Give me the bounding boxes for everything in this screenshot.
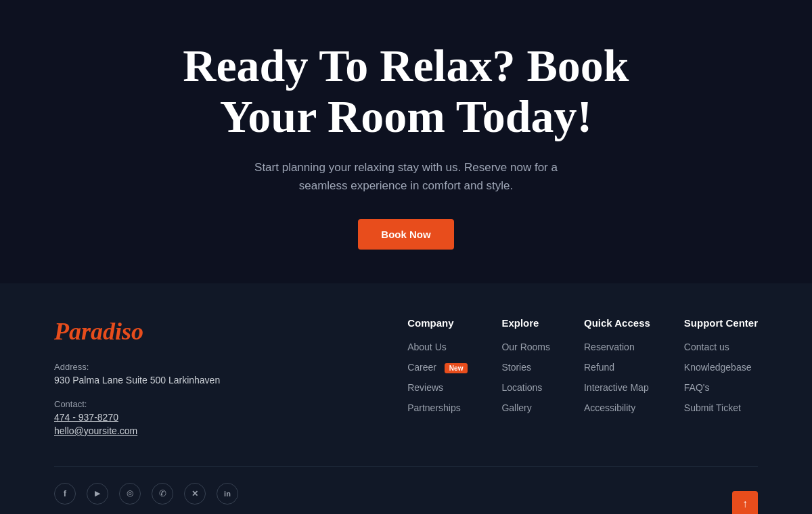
list-item: Partnerships xyxy=(407,402,468,414)
reservation-link[interactable]: Reservation xyxy=(584,342,635,352)
quick-access-links: Reservation Refund Interactive Map Acces… xyxy=(584,341,650,414)
list-item: Career New xyxy=(407,361,468,373)
submit-ticket-link[interactable]: Submit Ticket xyxy=(684,402,741,413)
footer: Paradiso Address: 930 Palma Lane Suite 5… xyxy=(0,283,812,514)
list-item: FAQ's xyxy=(684,381,758,394)
faq-link[interactable]: FAQ's xyxy=(684,382,710,393)
linkedin-icon[interactable]: in xyxy=(217,483,238,505)
new-badge: New xyxy=(445,363,468,373)
list-item: Accessibility xyxy=(584,402,650,414)
gallery-link[interactable]: Gallery xyxy=(501,402,531,413)
list-item: Stories xyxy=(501,361,550,373)
list-item: Gallery xyxy=(501,402,550,414)
explore-links: Our Rooms Stories Locations Gallery xyxy=(501,341,550,414)
list-item: Reviews xyxy=(407,381,468,394)
locations-link[interactable]: Locations xyxy=(501,382,542,393)
address-text: 930 Palma Lane Suite 500 Larkinhaven xyxy=(54,375,230,386)
support-links: Contact us Knowledgebase FAQ's Submit Ti… xyxy=(684,341,758,414)
list-item: Our Rooms xyxy=(501,341,550,353)
hero-subtitle: Start planning your relaxing stay with u… xyxy=(244,158,568,195)
refund-link[interactable]: Refund xyxy=(584,362,614,373)
list-item: Locations xyxy=(501,381,550,394)
footer-top: Paradiso Address: 930 Palma Lane Suite 5… xyxy=(54,317,758,439)
company-links: About Us Career New Reviews Partnerships xyxy=(407,341,468,414)
footer-col-explore: Explore Our Rooms Stories Locations Gall… xyxy=(501,317,550,414)
knowledgebase-link[interactable]: Knowledgebase xyxy=(684,362,752,373)
address-label: Address: xyxy=(54,362,230,372)
contact-label: Contact: xyxy=(54,399,230,409)
social-icons: f ▶ ◎ ✆ ✕ in xyxy=(54,483,350,505)
partnerships-link[interactable]: Partnerships xyxy=(407,402,461,413)
col-title-quick-access: Quick Access xyxy=(584,317,650,329)
footer-bottom: f ▶ ◎ ✆ ✕ in Copyright © 2024 Paradiso E… xyxy=(54,466,758,514)
footer-col-company: Company About Us Career New Reviews Part… xyxy=(407,317,468,414)
hero-title: Ready To Relax? Book Your Room Today! xyxy=(169,41,643,142)
list-item: Contact us xyxy=(684,341,758,353)
col-title-explore: Explore xyxy=(501,317,550,329)
list-item: Interactive Map xyxy=(584,381,650,394)
whatsapp-icon[interactable]: ✆ xyxy=(152,483,173,505)
twitter-x-icon[interactable]: ✕ xyxy=(184,483,206,505)
list-item: Knowledgebase xyxy=(684,361,758,373)
career-link[interactable]: Career New xyxy=(407,362,468,373)
list-item: About Us xyxy=(407,341,468,353)
facebook-icon[interactable]: f xyxy=(54,483,76,505)
stories-link[interactable]: Stories xyxy=(501,362,531,373)
col-title-company: Company xyxy=(407,317,468,329)
accessibility-link[interactable]: Accessibility xyxy=(584,402,635,413)
phone-link[interactable]: 474 - 937-8270 xyxy=(54,412,230,423)
footer-col-support: Support Center Contact us Knowledgebase … xyxy=(684,317,758,414)
col-title-support: Support Center xyxy=(684,317,758,329)
our-rooms-link[interactable]: Our Rooms xyxy=(501,342,550,352)
about-us-link[interactable]: About Us xyxy=(407,342,447,352)
footer-brand: Paradiso Address: 930 Palma Lane Suite 5… xyxy=(54,317,230,439)
footer-bottom-left: f ▶ ◎ ✆ ✕ in Copyright © 2024 Paradiso E… xyxy=(54,483,350,514)
list-item: Reservation xyxy=(584,341,650,353)
youtube-icon[interactable]: ▶ xyxy=(87,483,108,505)
hero-section: Ready To Relax? Book Your Room Today! St… xyxy=(0,0,812,283)
reviews-link[interactable]: Reviews xyxy=(407,382,443,393)
list-item: Refund xyxy=(584,361,650,373)
contact-us-link[interactable]: Contact us xyxy=(684,342,729,352)
contact-info: 474 - 937-8270 hello@yoursite.com xyxy=(54,412,230,436)
scroll-top-button[interactable]: ↑ xyxy=(732,491,758,514)
instagram-icon[interactable]: ◎ xyxy=(119,483,141,505)
email-link[interactable]: hello@yoursite.com xyxy=(54,425,230,436)
footer-nav-columns: Company About Us Career New Reviews Part… xyxy=(271,317,758,414)
interactive-map-link[interactable]: Interactive Map xyxy=(584,382,649,393)
footer-col-quick-access: Quick Access Reservation Refund Interact… xyxy=(584,317,650,414)
brand-logo: Paradiso xyxy=(54,317,230,346)
list-item: Submit Ticket xyxy=(684,402,758,414)
book-now-button[interactable]: Book Now xyxy=(358,219,453,250)
